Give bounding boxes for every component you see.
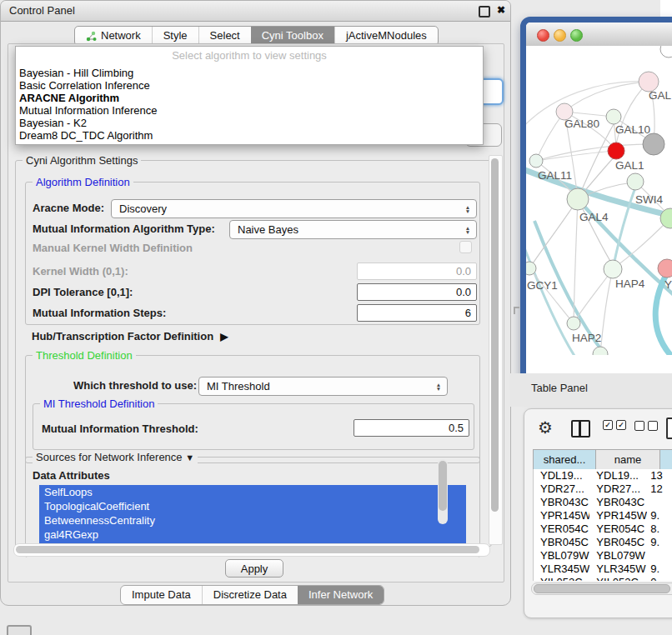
- network-node-label-gal1: GAL1: [615, 159, 644, 172]
- kernel-width-input[interactable]: [357, 262, 477, 280]
- clipped-toolbar-icon[interactable]: [666, 418, 672, 439]
- bottom-tab-discretize-data[interactable]: Discretize Data: [202, 586, 298, 604]
- table-cell: YPR145W: [589, 509, 647, 522]
- dpi-tolerance-input[interactable]: [357, 283, 477, 301]
- table-panel-container: ⚙ ✓ ✓ shared...name YDL19...YDL19...13YD…: [524, 408, 672, 618]
- table-row[interactable]: YER054CYER054C8.: [534, 522, 672, 536]
- split-columns-icon[interactable]: [571, 420, 590, 438]
- expand-right-icon[interactable]: ▶: [220, 331, 228, 342]
- control-panel-titlebar[interactable]: Control Panel ✖: [1, 1, 510, 22]
- deselect-all-columns-icon[interactable]: [634, 421, 658, 431]
- settings-vertical-scrollbar-thumb[interactable]: [491, 158, 499, 512]
- bottom-tab-bar: Impute DataDiscretize DataInfer Network: [120, 585, 384, 605]
- mi-threshold-input[interactable]: [354, 419, 469, 437]
- hub-definition-expander[interactable]: Hub/Transcription Factor Definition▶: [32, 330, 228, 342]
- close-icon[interactable]: ✖: [497, 4, 505, 16]
- mac-zoom-button[interactable]: [570, 29, 583, 42]
- manual-kernel-label: Manual Kernel Width Definition: [33, 242, 193, 254]
- algorithm-option-mutual-information-inference[interactable]: Mutual Information Inference: [19, 104, 479, 117]
- attribute-item-topologicalcoefficient[interactable]: TopologicalCoefficient: [39, 499, 466, 513]
- manual-kernel-checkbox[interactable]: [459, 241, 472, 253]
- mi-algorithm-type-select[interactable]: Naive Bayes ▲▼: [229, 220, 477, 239]
- kernel-width-label: Kernel Width (0,1):: [33, 265, 128, 278]
- network-window-titlebar[interactable]: [526, 22, 672, 47]
- which-threshold-select[interactable]: MI Threshold ▲▼: [198, 377, 448, 396]
- table-cell: YLR345W: [589, 562, 647, 576]
- cyni-settings-legend: Cyni Algorithm Settings: [23, 154, 141, 167]
- table-cell: YER054C: [589, 522, 647, 536]
- algorithm-option-dream8-dc-tdc-algorithm[interactable]: Dream8 DC_TDC Algorithm: [19, 129, 479, 142]
- algorithm-option-basic-correlation-inference[interactable]: Basic Correlation Inference: [19, 79, 479, 92]
- select-all-columns-icon[interactable]: ✓ ✓: [603, 420, 626, 430]
- table-cell: 12: [647, 482, 672, 496]
- table-row[interactable]: YDR27...YDR27...12: [534, 482, 672, 496]
- table-row[interactable]: YBR045CYBR045C9.: [534, 536, 672, 549]
- algorithm-option-bayesian-hill-climbing[interactable]: Bayesian - Hill Climbing: [19, 67, 479, 79]
- dock-panel-button[interactable]: [7, 625, 32, 635]
- algorithm-list: Bayesian - Hill ClimbingBasic Correlatio…: [19, 67, 479, 142]
- network-node[interactable]: [643, 133, 664, 155]
- settings-vertical-scrollbar[interactable]: [489, 155, 503, 545]
- settings-horizontal-scrollbar-thumb[interactable]: [16, 546, 479, 553]
- attributes-scrollbar[interactable]: [438, 459, 448, 524]
- table-row[interactable]: YDL19...YDL19...13: [534, 469, 672, 482]
- network-node[interactable]: [593, 347, 608, 355]
- bottom-tab-infer-network[interactable]: Infer Network: [298, 586, 384, 604]
- table-cell: YDL19...: [534, 469, 589, 482]
- network-node[interactable]: [567, 317, 580, 330]
- network-node[interactable]: [606, 109, 621, 124]
- tab-cyni-toolbox[interactable]: Cyni Toolbox: [251, 27, 334, 45]
- algorithm-option-aracne-algorithm[interactable]: ARACNE Algorithm: [19, 92, 479, 104]
- table-row[interactable]: YLR345WYLR345W9.: [534, 562, 672, 576]
- aracne-mode-select[interactable]: Discovery ▲▼: [111, 199, 477, 218]
- float-window-icon[interactable]: [479, 6, 490, 18]
- apply-button[interactable]: Apply: [225, 559, 283, 578]
- network-edge[interactable]: [600, 269, 613, 354]
- network-edge[interactable]: [529, 268, 569, 318]
- unchecked-box-icon: [648, 421, 658, 431]
- network-node[interactable]: [567, 188, 589, 210]
- network-edge[interactable]: [618, 218, 670, 265]
- network-edge[interactable]: [574, 199, 578, 323]
- table-horizontal-scrollbar[interactable]: [531, 582, 672, 595]
- network-node[interactable]: [660, 46, 672, 58]
- network-node-label-hap2: HAP2: [572, 332, 601, 344]
- network-node-label-gal10: GAL10: [615, 123, 650, 136]
- tab-select[interactable]: Select: [198, 27, 251, 45]
- table-row[interactable]: YBR043CYBR043C: [534, 496, 672, 509]
- collapse-down-icon[interactable]: ▼: [185, 452, 194, 462]
- mac-close-button[interactable]: [537, 29, 549, 42]
- attribute-item-gal4rgexp[interactable]: gal4RGexp: [39, 528, 466, 542]
- settings-horizontal-scrollbar[interactable]: [13, 543, 490, 557]
- network-canvas[interactable]: GALGAL80GAL10GAL1GAL11SWI4GAL4GCY1HAP4YH…: [526, 46, 672, 378]
- attributes-scrollbar-thumb[interactable]: [439, 461, 447, 511]
- mac-minimize-button[interactable]: [554, 29, 566, 42]
- gear-icon[interactable]: ⚙: [538, 418, 553, 438]
- network-node[interactable]: [608, 142, 624, 159]
- tab-jactivemnodules[interactable]: jActiveMNodules: [334, 27, 438, 45]
- table-cell: YLR345W: [534, 562, 589, 576]
- attribute-item-selfloops[interactable]: SelfLoops: [39, 485, 466, 499]
- tab-style[interactable]: Style: [152, 27, 198, 45]
- column-header-name[interactable]: name: [596, 450, 660, 469]
- table-row[interactable]: YIL052CYIL052C0.: [534, 576, 672, 581]
- network-node[interactable]: [529, 154, 543, 168]
- network-node[interactable]: [627, 173, 644, 190]
- attribute-item-betweennesscentrality[interactable]: BetweennessCentrality: [39, 513, 466, 528]
- bottom-tab-impute-data[interactable]: Impute Data: [121, 586, 202, 604]
- algorithm-option-bayesian-k2[interactable]: Bayesian - K2: [19, 117, 479, 129]
- mi-steps-input[interactable]: [357, 304, 477, 322]
- network-edge[interactable]: [578, 124, 614, 199]
- resize-grip-mark: [514, 307, 519, 314]
- network-node[interactable]: [526, 262, 536, 275]
- network-node[interactable]: [604, 260, 622, 278]
- column-header-shared[interactable]: shared...: [534, 450, 596, 469]
- network-node[interactable]: [658, 259, 672, 278]
- table-row[interactable]: YBL079WYBL079W: [534, 549, 672, 562]
- table-row[interactable]: YPR145WYPR145W9.: [534, 509, 672, 522]
- table-horizontal-scrollbar-thumb[interactable]: [534, 584, 670, 593]
- table-rows: YDL19...YDL19...13YDR27...YDR27...12YBR0…: [533, 469, 672, 581]
- network-edge[interactable]: [536, 151, 616, 161]
- tab-network[interactable]: Network: [75, 27, 152, 45]
- column-header-clipped[interactable]: [660, 450, 672, 469]
